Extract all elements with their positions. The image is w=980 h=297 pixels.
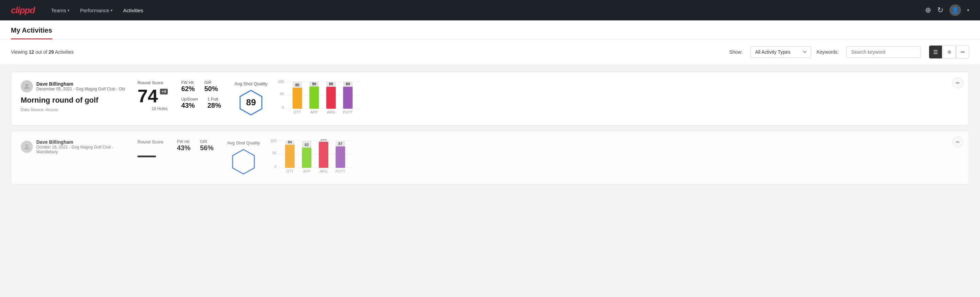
card-info: Dave Billingham December 05, 2021 - Gog … [21, 80, 129, 112]
activity-title: Morning round of golf [21, 96, 129, 105]
gir-value: 56% [200, 144, 213, 152]
chevron-down-icon: ▾ [111, 8, 112, 12]
activities-list: Dave Billingham December 05, 2021 - Gog … [0, 65, 980, 197]
svg-text:OTT: OTT [293, 110, 301, 114]
svg-text:100: 100 [270, 139, 276, 143]
svg-text:0: 0 [274, 164, 276, 169]
filter-bar: Viewing 12 out of 29 Activities Show: Al… [0, 40, 980, 65]
svg-text:89: 89 [329, 82, 333, 86]
fw-hit-stat: FW Hit 43% [177, 139, 191, 152]
svg-text:APP: APP [303, 169, 310, 173]
shot-stats-group: FW Hit 43% GIR 56% [177, 139, 213, 156]
holes-label: 18 Holes [151, 106, 167, 113]
hex-wrap: 89 [235, 89, 267, 116]
chevron-down-icon: ▾ [68, 8, 69, 12]
refresh-icon[interactable]: ↻ [937, 6, 943, 14]
svg-text:PUTT: PUTT [343, 110, 353, 114]
svg-point-24 [25, 144, 28, 147]
score-number: 74 [137, 87, 158, 105]
card-stats: Round Score — FW Hit 43% GIR 56% [137, 139, 959, 176]
svg-rect-41 [318, 142, 328, 168]
svg-text:87: 87 [338, 142, 342, 146]
list-detail-view-button[interactable]: ═ [956, 46, 969, 59]
avatar [21, 141, 33, 153]
hexagon [230, 148, 257, 176]
view-toggles: ☰ ⁜ ═ [929, 46, 969, 59]
svg-text:OTT: OTT [286, 169, 293, 173]
bar-chart: 100 50 0 85 OTT 90 APP 89 ARG 89 PUTT [276, 80, 959, 117]
fw-hit-value: 43% [177, 144, 191, 152]
data-source: Data Source: Arccos [21, 107, 129, 112]
fw-hit-label: FW Hit [181, 80, 195, 85]
svg-rect-33 [285, 145, 294, 168]
svg-text:50: 50 [280, 92, 283, 96]
activity-card: Dave Billingham December 05, 2021 - Gog … [11, 72, 969, 125]
user-date: October 16, 2021 - Gog Magog Golf Club -… [37, 145, 129, 154]
nav-activities[interactable]: Activities [123, 6, 143, 14]
list-compact-view-button[interactable]: ☰ [929, 46, 942, 59]
gir-value: 50% [204, 85, 218, 93]
page-header: My Activities [0, 21, 980, 40]
svg-rect-21 [343, 87, 353, 109]
svg-text:85: 85 [295, 83, 299, 87]
svg-text:APP: APP [310, 110, 318, 114]
score-badge: +4 [160, 89, 168, 94]
hexagon: 89 [237, 89, 264, 116]
round-score-value: — [137, 146, 163, 164]
svg-text:ARG: ARG [319, 169, 327, 173]
quality-section: Avg Shot Quality 89 100 50 0 [235, 80, 959, 117]
logo[interactable]: clippd [11, 5, 35, 16]
round-score-value: 74 +4 [137, 87, 168, 105]
page-title: My Activities [11, 21, 52, 40]
svg-rect-9 [293, 88, 302, 109]
svg-text:89: 89 [346, 82, 350, 86]
show-label: Show: [729, 49, 743, 55]
svg-text:82: 82 [305, 143, 309, 147]
svg-rect-37 [302, 147, 312, 168]
card-stats: Round Score 74 +4 18 Holes FW Hit 62% GI… [137, 80, 959, 117]
svg-text:100: 100 [277, 80, 283, 84]
stat-pair-top: FW Hit 43% GIR 56% [177, 139, 213, 152]
gir-stat: GIR 50% [204, 80, 218, 93]
score-number: — [137, 146, 156, 164]
card-info: Dave Billingham October 16, 2021 - Gog M… [21, 139, 129, 163]
round-score-group: Round Score 74 +4 18 Holes [137, 80, 168, 113]
one-putt-stat: 1 Putt 28% [207, 97, 221, 109]
svg-text:94: 94 [288, 140, 292, 144]
user-name: Dave Billingham [37, 81, 125, 87]
svg-text:106: 106 [320, 139, 326, 141]
nav-performance[interactable]: Performance ▾ [80, 6, 112, 14]
user-avatar[interactable]: 👤 [950, 5, 961, 16]
account-chevron-icon[interactable]: ▾ [967, 8, 969, 13]
shot-stats-group: FW Hit 62% GIR 50% Up/Down 43% 1 Pu [181, 80, 221, 109]
activity-type-select[interactable]: All Activity Types [750, 46, 811, 58]
hex-value: 89 [246, 97, 256, 108]
svg-text:50: 50 [272, 151, 276, 155]
svg-rect-17 [326, 87, 336, 109]
fw-hit-label: FW Hit [177, 139, 191, 144]
nav-right: ⊕ ↻ 👤 ▾ [925, 5, 969, 16]
bar-chart: 100 50 0 94 OTT 82 APP 106 ARG 87 PUTT [268, 139, 959, 176]
person-icon: 👤 [951, 6, 959, 14]
user-row: Dave Billingham December 05, 2021 - Gog … [21, 80, 129, 93]
user-name: Dave Billingham [37, 139, 129, 145]
viewing-count-text: Viewing 12 out of 29 Activities [11, 49, 724, 55]
nav-teams[interactable]: Teams ▾ [51, 6, 69, 14]
add-icon[interactable]: ⊕ [925, 6, 931, 14]
gir-label: GIR [204, 80, 218, 85]
user-row: Dave Billingham October 16, 2021 - Gog M… [21, 139, 129, 154]
grid-view-button[interactable]: ⁜ [943, 46, 956, 59]
one-putt-value: 28% [207, 102, 221, 109]
round-score-label: Round Score [137, 139, 163, 144]
fw-hit-stat: FW Hit 62% [181, 80, 195, 93]
quality-section: Avg Shot Quality 100 50 0 [227, 139, 959, 176]
gir-label: GIR [200, 139, 213, 144]
stat-pair-bottom: Up/Down 43% 1 Putt 28% [181, 97, 221, 109]
edit-button[interactable]: ✏ [953, 77, 963, 88]
avg-shot-quality-label: Avg Shot Quality [227, 141, 260, 145]
edit-button[interactable]: ✏ [953, 137, 963, 147]
search-input[interactable] [846, 46, 921, 58]
svg-marker-25 [232, 150, 255, 174]
round-score-group: Round Score — [137, 139, 163, 164]
svg-rect-45 [336, 147, 345, 168]
